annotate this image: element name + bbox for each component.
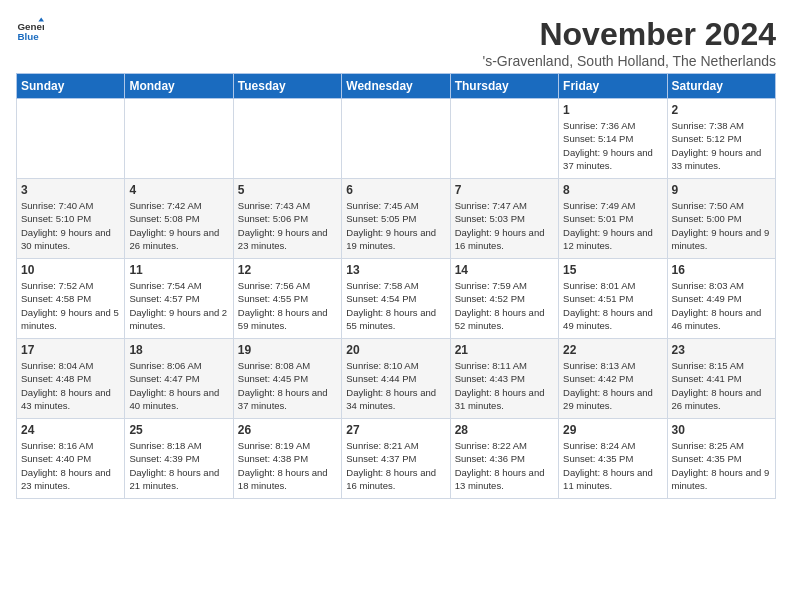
calendar-cell: 7Sunrise: 7:47 AMSunset: 5:03 PMDaylight…: [450, 179, 558, 259]
day-number: 25: [129, 423, 228, 437]
day-info: Sunrise: 8:15 AMSunset: 4:41 PMDaylight:…: [672, 359, 771, 412]
day-number: 14: [455, 263, 554, 277]
calendar-cell: 6Sunrise: 7:45 AMSunset: 5:05 PMDaylight…: [342, 179, 450, 259]
calendar-cell: 27Sunrise: 8:21 AMSunset: 4:37 PMDayligh…: [342, 419, 450, 499]
day-number: 17: [21, 343, 120, 357]
day-number: 8: [563, 183, 662, 197]
day-info: Sunrise: 8:13 AMSunset: 4:42 PMDaylight:…: [563, 359, 662, 412]
day-number: 2: [672, 103, 771, 117]
day-number: 4: [129, 183, 228, 197]
calendar-cell: 24Sunrise: 8:16 AMSunset: 4:40 PMDayligh…: [17, 419, 125, 499]
calendar-cell: 1Sunrise: 7:36 AMSunset: 5:14 PMDaylight…: [559, 99, 667, 179]
day-number: 13: [346, 263, 445, 277]
day-number: 22: [563, 343, 662, 357]
calendar-cell: 15Sunrise: 8:01 AMSunset: 4:51 PMDayligh…: [559, 259, 667, 339]
day-number: 12: [238, 263, 337, 277]
day-info: Sunrise: 8:03 AMSunset: 4:49 PMDaylight:…: [672, 279, 771, 332]
calendar-cell: 8Sunrise: 7:49 AMSunset: 5:01 PMDaylight…: [559, 179, 667, 259]
day-info: Sunrise: 8:01 AMSunset: 4:51 PMDaylight:…: [563, 279, 662, 332]
calendar-cell: 5Sunrise: 7:43 AMSunset: 5:06 PMDaylight…: [233, 179, 341, 259]
calendar-cell: 23Sunrise: 8:15 AMSunset: 4:41 PMDayligh…: [667, 339, 775, 419]
day-number: 28: [455, 423, 554, 437]
weekday-header: Sunday: [17, 74, 125, 99]
day-info: Sunrise: 7:50 AMSunset: 5:00 PMDaylight:…: [672, 199, 771, 252]
location-title: 's-Gravenland, South Holland, The Nether…: [483, 53, 776, 69]
calendar-week-row: 17Sunrise: 8:04 AMSunset: 4:48 PMDayligh…: [17, 339, 776, 419]
calendar-cell: 29Sunrise: 8:24 AMSunset: 4:35 PMDayligh…: [559, 419, 667, 499]
title-area: November 2024 's-Gravenland, South Holla…: [483, 16, 776, 69]
month-title: November 2024: [483, 16, 776, 53]
calendar-cell: 25Sunrise: 8:18 AMSunset: 4:39 PMDayligh…: [125, 419, 233, 499]
day-number: 9: [672, 183, 771, 197]
svg-marker-2: [38, 17, 44, 21]
day-info: Sunrise: 8:11 AMSunset: 4:43 PMDaylight:…: [455, 359, 554, 412]
calendar-cell: 4Sunrise: 7:42 AMSunset: 5:08 PMDaylight…: [125, 179, 233, 259]
day-info: Sunrise: 8:25 AMSunset: 4:35 PMDaylight:…: [672, 439, 771, 492]
day-number: 3: [21, 183, 120, 197]
day-info: Sunrise: 8:06 AMSunset: 4:47 PMDaylight:…: [129, 359, 228, 412]
day-number: 21: [455, 343, 554, 357]
day-info: Sunrise: 7:49 AMSunset: 5:01 PMDaylight:…: [563, 199, 662, 252]
day-info: Sunrise: 8:19 AMSunset: 4:38 PMDaylight:…: [238, 439, 337, 492]
day-number: 19: [238, 343, 337, 357]
calendar-cell: [17, 99, 125, 179]
day-info: Sunrise: 7:58 AMSunset: 4:54 PMDaylight:…: [346, 279, 445, 332]
day-number: 10: [21, 263, 120, 277]
calendar-table: SundayMondayTuesdayWednesdayThursdayFrid…: [16, 73, 776, 499]
weekday-header: Wednesday: [342, 74, 450, 99]
logo: General Blue: [16, 16, 44, 44]
day-info: Sunrise: 8:22 AMSunset: 4:36 PMDaylight:…: [455, 439, 554, 492]
day-number: 30: [672, 423, 771, 437]
day-info: Sunrise: 8:16 AMSunset: 4:40 PMDaylight:…: [21, 439, 120, 492]
weekday-header: Monday: [125, 74, 233, 99]
svg-text:Blue: Blue: [17, 31, 39, 42]
day-number: 16: [672, 263, 771, 277]
day-info: Sunrise: 7:47 AMSunset: 5:03 PMDaylight:…: [455, 199, 554, 252]
calendar-cell: 14Sunrise: 7:59 AMSunset: 4:52 PMDayligh…: [450, 259, 558, 339]
calendar-cell: 18Sunrise: 8:06 AMSunset: 4:47 PMDayligh…: [125, 339, 233, 419]
day-info: Sunrise: 7:59 AMSunset: 4:52 PMDaylight:…: [455, 279, 554, 332]
weekday-header: Saturday: [667, 74, 775, 99]
day-number: 5: [238, 183, 337, 197]
calendar-cell: 28Sunrise: 8:22 AMSunset: 4:36 PMDayligh…: [450, 419, 558, 499]
weekday-header-row: SundayMondayTuesdayWednesdayThursdayFrid…: [17, 74, 776, 99]
day-info: Sunrise: 7:36 AMSunset: 5:14 PMDaylight:…: [563, 119, 662, 172]
calendar-cell: 22Sunrise: 8:13 AMSunset: 4:42 PMDayligh…: [559, 339, 667, 419]
calendar-cell: [233, 99, 341, 179]
calendar-cell: [125, 99, 233, 179]
calendar-week-row: 1Sunrise: 7:36 AMSunset: 5:14 PMDaylight…: [17, 99, 776, 179]
calendar-cell: 30Sunrise: 8:25 AMSunset: 4:35 PMDayligh…: [667, 419, 775, 499]
calendar-cell: [342, 99, 450, 179]
day-info: Sunrise: 7:56 AMSunset: 4:55 PMDaylight:…: [238, 279, 337, 332]
day-number: 1: [563, 103, 662, 117]
day-number: 26: [238, 423, 337, 437]
calendar-cell: 10Sunrise: 7:52 AMSunset: 4:58 PMDayligh…: [17, 259, 125, 339]
logo-icon: General Blue: [16, 16, 44, 44]
day-info: Sunrise: 8:18 AMSunset: 4:39 PMDaylight:…: [129, 439, 228, 492]
weekday-header: Friday: [559, 74, 667, 99]
weekday-header: Tuesday: [233, 74, 341, 99]
calendar-cell: 19Sunrise: 8:08 AMSunset: 4:45 PMDayligh…: [233, 339, 341, 419]
day-info: Sunrise: 8:04 AMSunset: 4:48 PMDaylight:…: [21, 359, 120, 412]
day-number: 29: [563, 423, 662, 437]
calendar-week-row: 10Sunrise: 7:52 AMSunset: 4:58 PMDayligh…: [17, 259, 776, 339]
calendar-cell: 11Sunrise: 7:54 AMSunset: 4:57 PMDayligh…: [125, 259, 233, 339]
calendar-cell: 21Sunrise: 8:11 AMSunset: 4:43 PMDayligh…: [450, 339, 558, 419]
day-info: Sunrise: 7:43 AMSunset: 5:06 PMDaylight:…: [238, 199, 337, 252]
calendar-week-row: 24Sunrise: 8:16 AMSunset: 4:40 PMDayligh…: [17, 419, 776, 499]
day-number: 11: [129, 263, 228, 277]
calendar-cell: 13Sunrise: 7:58 AMSunset: 4:54 PMDayligh…: [342, 259, 450, 339]
calendar-cell: 26Sunrise: 8:19 AMSunset: 4:38 PMDayligh…: [233, 419, 341, 499]
weekday-header: Thursday: [450, 74, 558, 99]
calendar-cell: 9Sunrise: 7:50 AMSunset: 5:00 PMDaylight…: [667, 179, 775, 259]
day-info: Sunrise: 8:21 AMSunset: 4:37 PMDaylight:…: [346, 439, 445, 492]
day-number: 23: [672, 343, 771, 357]
header: General Blue November 2024 's-Gravenland…: [16, 16, 776, 69]
day-number: 6: [346, 183, 445, 197]
day-info: Sunrise: 8:10 AMSunset: 4:44 PMDaylight:…: [346, 359, 445, 412]
day-number: 20: [346, 343, 445, 357]
day-info: Sunrise: 7:40 AMSunset: 5:10 PMDaylight:…: [21, 199, 120, 252]
day-info: Sunrise: 7:42 AMSunset: 5:08 PMDaylight:…: [129, 199, 228, 252]
day-number: 7: [455, 183, 554, 197]
calendar-cell: 12Sunrise: 7:56 AMSunset: 4:55 PMDayligh…: [233, 259, 341, 339]
